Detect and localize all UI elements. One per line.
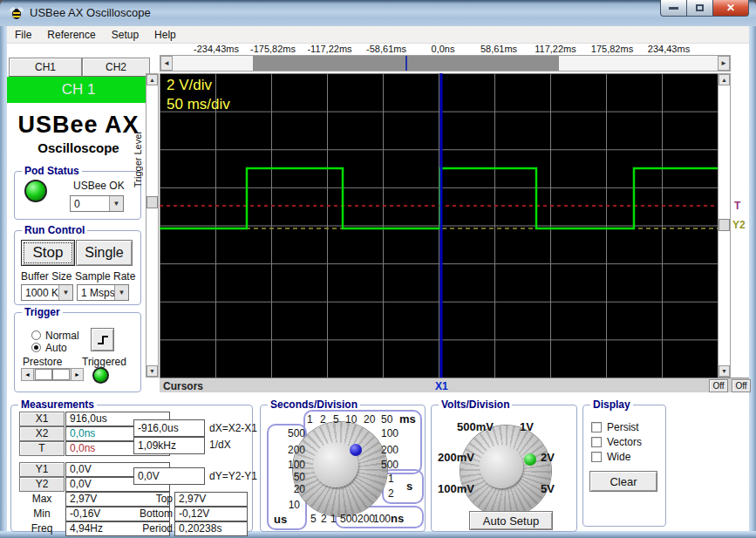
app-icon <box>9 5 24 21</box>
menu-setup[interactable]: Setup <box>104 26 146 44</box>
sdiv-label: 2 <box>388 487 394 500</box>
scroll-up-icon[interactable]: ▲ <box>719 74 730 85</box>
time-label: -175,82ms <box>245 44 301 55</box>
trigger-level-scrollbar[interactable]: ▲ ▼ <box>146 73 159 378</box>
chevron-down-icon[interactable]: ▼ <box>114 285 128 300</box>
prestore-thumb[interactable] <box>35 369 52 380</box>
trigger-marker[interactable]: T <box>734 200 740 212</box>
chevron-down-icon[interactable]: ▼ <box>109 196 123 211</box>
pod-status-led <box>24 180 47 202</box>
single-button[interactable]: Single <box>76 240 133 266</box>
wide-checkbox[interactable] <box>591 452 602 462</box>
sdiv-label: 50 <box>381 413 392 426</box>
sdiv-label: 2 <box>321 513 327 525</box>
dy-formula-label: dY=Y2-Y1 <box>209 470 257 482</box>
scroll-up-icon[interactable]: ▲ <box>146 74 158 85</box>
trigger-title: Trigger <box>22 306 63 318</box>
vertical-position-scrollbar[interactable]: ▲ ▼ <box>718 73 731 378</box>
y1-button[interactable]: Y1 <box>19 462 65 477</box>
rising-edge-icon <box>96 333 110 347</box>
dx-value: -916,0us <box>133 419 205 437</box>
pod-status-title: Pod Status <box>22 165 82 177</box>
cursor-off-button-1[interactable]: Off <box>709 379 728 392</box>
volts-division-knob-cap[interactable] <box>480 445 523 488</box>
chevron-down-icon[interactable]: ▼ <box>58 285 72 300</box>
menu-help[interactable]: Help <box>146 26 184 44</box>
trigger-level-thumb[interactable] <box>146 196 158 208</box>
time-per-div-readout: 50 ms/div <box>167 96 230 113</box>
time-label: 117,22ms <box>528 44 583 55</box>
t-button[interactable]: T <box>19 441 65 456</box>
prestore-left-arrow-icon[interactable]: ◄ <box>22 369 34 380</box>
persist-label[interactable]: Persist <box>607 421 639 433</box>
us-unit-label: us <box>274 513 287 526</box>
buffer-size-label: Buffer Size <box>21 270 72 283</box>
time-label: 0,0ns <box>415 44 471 55</box>
run-control-title: Run Control <box>22 224 87 236</box>
trigger-edge-button[interactable] <box>91 328 114 351</box>
inverse-dx-label: 1/dX <box>209 439 231 451</box>
scroll-left-icon[interactable]: ◄ <box>160 56 173 71</box>
close-button[interactable]: ✕ <box>712 0 749 17</box>
sdiv-label: 1 <box>330 513 337 525</box>
sample-rate-select[interactable]: 1 Msps ▼ <box>77 284 129 301</box>
prestore-right-arrow-icon[interactable]: ► <box>71 369 83 380</box>
prestore-thumb[interactable] <box>52 369 70 380</box>
time-label: -117,22ms <box>302 44 358 55</box>
title-bar[interactable]: USBee AX Oscilloscope ✕ <box>0 0 756 26</box>
menu-file[interactable]: File <box>7 26 39 44</box>
trigger-auto-radio[interactable] <box>31 343 41 352</box>
x1-button[interactable]: X1 <box>19 412 65 426</box>
vectors-checkbox[interactable] <box>591 437 602 447</box>
buffer-size-select[interactable]: 1000 K ▼ <box>21 284 73 301</box>
window-border-left <box>0 26 7 531</box>
y2-cursor-marker[interactable]: Y2 <box>732 219 746 231</box>
pod-select[interactable]: 0 ▼ <box>70 195 124 212</box>
stop-button[interactable]: Stop <box>21 240 75 266</box>
prestore-slider[interactable]: ◄ ► <box>21 368 84 381</box>
wide-label[interactable]: Wide <box>607 451 630 463</box>
bottom-value: -0,12V <box>174 507 248 521</box>
scroll-right-icon[interactable]: ► <box>718 56 730 71</box>
sdiv-label: 200 <box>381 444 398 456</box>
vectors-label[interactable]: Vectors <box>607 436 642 448</box>
sdiv-label: 500 <box>340 513 358 525</box>
scroll-down-icon[interactable]: ▼ <box>719 365 730 377</box>
sdiv-label: 10 <box>272 499 300 511</box>
time-label: 58,61ms <box>471 44 527 55</box>
cursor-off-button-2[interactable]: Off <box>732 379 751 392</box>
inverse-dx-value: 1,09kHz <box>133 437 205 454</box>
vertical-position-thumb[interactable] <box>719 219 730 231</box>
trigger-normal-radio[interactable] <box>31 330 41 340</box>
persist-checkbox[interactable] <box>591 422 602 432</box>
minimize-button[interactable] <box>660 0 687 17</box>
measurements-title: Measurements <box>18 398 97 411</box>
x2-button[interactable]: X2 <box>19 426 65 441</box>
bottom-label: Bottom <box>122 507 173 520</box>
maximize-button[interactable] <box>686 0 713 17</box>
ms-unit-label: ms <box>399 412 416 426</box>
sdiv-label: 500 <box>277 427 305 439</box>
time-scrollbar[interactable]: ◄ ► <box>160 55 731 72</box>
x1-cursor-marker[interactable]: X1 <box>435 380 448 392</box>
pod-select-value: 0 <box>74 198 80 210</box>
trigger-auto-label[interactable]: Auto <box>45 342 67 354</box>
tab-ch2[interactable]: CH2 <box>82 58 150 77</box>
window-border-right <box>749 26 756 531</box>
tab-ch1[interactable]: CH1 <box>9 58 82 77</box>
cursors-bar: Cursors X1 Off Off <box>160 378 749 392</box>
ns-unit-label: ns <box>391 512 404 525</box>
max-label: Max <box>19 493 65 505</box>
scope-display[interactable]: 2 V/div 50 ms/div <box>160 73 718 378</box>
sample-rate-value: 1 Msps <box>81 287 115 299</box>
menu-bar: File Reference Setup Help <box>7 26 749 44</box>
scroll-down-icon[interactable]: ▼ <box>146 365 158 377</box>
triggered-led <box>92 367 109 384</box>
y2-button[interactable]: Y2 <box>19 477 65 492</box>
menu-reference[interactable]: Reference <box>39 26 103 44</box>
sdiv-label: 100 <box>381 427 398 439</box>
trigger-normal-label[interactable]: Normal <box>45 330 79 342</box>
sdiv-label: 100 <box>277 459 305 471</box>
clear-button[interactable]: Clear <box>589 471 657 492</box>
auto-setup-button[interactable]: Auto Setup <box>469 511 553 530</box>
